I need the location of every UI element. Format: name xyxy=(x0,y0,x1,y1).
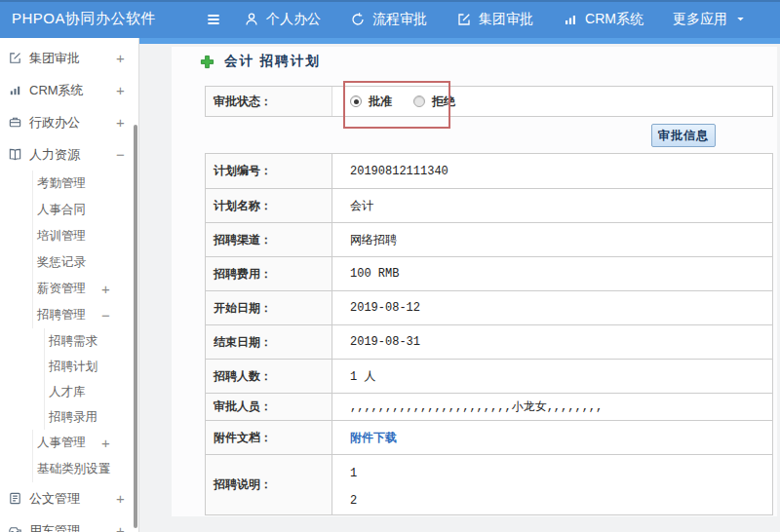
field-row: 计划编号：20190812111340 xyxy=(206,154,773,189)
sidebar-item[interactable]: 招聘管理− xyxy=(0,302,138,328)
field-label: 附件文档： xyxy=(206,421,332,455)
page-title: 会计 招聘计划 xyxy=(200,53,321,70)
nav-item[interactable]: 流程审批 xyxy=(350,11,427,28)
approval-status-label: 审批状态： xyxy=(206,87,332,116)
bar-chart-icon xyxy=(563,12,578,27)
expander-icon: + xyxy=(101,461,110,477)
attachment-download-link[interactable]: 附件下载 xyxy=(350,431,397,444)
edit-icon xyxy=(456,12,472,27)
field-row: 开始日期：2019-08-12 xyxy=(206,291,773,325)
sidebar-item[interactable]: 招聘录用 xyxy=(0,404,138,430)
user-icon xyxy=(244,12,259,27)
briefcase-icon xyxy=(8,115,22,130)
expander-icon: + xyxy=(116,490,125,507)
expander-icon: + xyxy=(101,435,110,451)
content-panel: 会计 招聘计划 审批状态： 批准 拒绝 审批信息 计划编号：2019081211… xyxy=(172,47,777,516)
field-label: 招聘人数： xyxy=(206,360,332,394)
field-label: 计划名称： xyxy=(206,189,332,223)
approval-status-row: 审批状态： 批准 拒绝 xyxy=(205,86,773,117)
nav-item[interactable]: 集团审批 xyxy=(456,11,533,28)
nav-item[interactable]: 个人办公 xyxy=(244,11,321,28)
expander-icon: + xyxy=(101,281,110,297)
expander-icon: + xyxy=(116,114,125,131)
expander-icon: + xyxy=(116,522,125,532)
caret-down-icon xyxy=(734,13,747,25)
sidebar-item[interactable]: 行政办公+ xyxy=(0,106,138,138)
sidebar-item[interactable]: CRM系统+ xyxy=(0,74,138,106)
field-row: 结束日期：2019-08-31 xyxy=(206,325,773,360)
field-label: 招聘说明： xyxy=(206,455,332,515)
sidebar-item[interactable]: 考勤管理 xyxy=(0,171,138,197)
field-value: 2019-08-31 xyxy=(332,325,773,360)
radio-selected-icon xyxy=(350,95,362,107)
expander-icon: + xyxy=(116,50,125,66)
sidebar-item[interactable]: 人力资源− xyxy=(0,138,138,171)
sidebar-item[interactable]: 人才库 xyxy=(0,379,138,404)
radio-unselected-icon xyxy=(413,95,425,107)
field-row: 审批人员：,,,,,,,,,,,,,,,,,,,,,,,小龙女,,,,,,,, xyxy=(206,394,773,421)
field-label: 开始日期： xyxy=(206,291,332,325)
sidebar-scrollbar-thumb[interactable] xyxy=(134,125,137,528)
sidebar-item[interactable]: 基础类别设置+ xyxy=(0,456,138,482)
field-value: 2019-08-12 xyxy=(332,291,773,325)
hamburger-menu-icon[interactable] xyxy=(201,7,226,32)
radio-reject[interactable]: 拒绝 xyxy=(413,94,455,110)
field-value: 网络招聘 xyxy=(332,223,773,257)
field-row: 招聘说明：12 xyxy=(206,455,773,515)
top-header: PHPOA协同办公软件 个人办公流程审批集团审批CRM系统更多应用 xyxy=(0,0,780,38)
field-label: 结束日期： xyxy=(206,325,332,360)
expander-icon: − xyxy=(101,307,110,323)
field-label: 审批人员： xyxy=(206,394,332,421)
approval-info-button[interactable]: 审批信息 xyxy=(651,124,716,147)
sidebar-item[interactable]: 奖惩记录 xyxy=(0,249,138,276)
sidebar-item[interactable]: 人事管理+ xyxy=(0,430,138,456)
field-value: ,,,,,,,,,,,,,,,,,,,,,,,小龙女,,,,,,,, xyxy=(332,394,773,421)
sidebar-item[interactable]: 薪资管理+ xyxy=(0,276,138,302)
sidebar-item[interactable]: 培训管理 xyxy=(0,223,138,249)
expander-icon: + xyxy=(116,82,125,98)
field-row: 招聘人数：1 人 xyxy=(206,360,773,394)
sidebar-item[interactable]: 集团审批+ xyxy=(0,42,138,74)
app-logo: PHPOA协同办公软件 xyxy=(12,10,156,28)
bar-chart-icon xyxy=(8,83,22,97)
car-icon xyxy=(8,523,22,532)
sidebar-item[interactable]: 招聘计划 xyxy=(0,354,138,379)
field-row: 计划名称：会计 xyxy=(206,189,773,223)
green-plus-icon xyxy=(200,55,214,69)
process-icon xyxy=(350,12,366,27)
top-navigation: 个人办公流程审批集团审批CRM系统更多应用 xyxy=(244,11,776,28)
recruit-plan-detail-table: 计划编号：20190812111340计划名称：会计招聘渠道：网络招聘招聘费用：… xyxy=(205,153,773,515)
header-substrip xyxy=(139,38,780,44)
sidebar-menu: 集团审批+CRM系统+行政办公+人力资源−考勤管理人事合同培训管理奖惩记录薪资管… xyxy=(0,38,139,532)
radio-approve[interactable]: 批准 xyxy=(350,94,392,110)
field-value: 附件下载 xyxy=(332,421,773,455)
page-title-text: 会计 招聘计划 xyxy=(224,53,321,70)
sidebar-item[interactable]: 公文管理+ xyxy=(0,482,138,514)
field-value: 100 RMB xyxy=(332,257,773,291)
field-label: 招聘渠道： xyxy=(206,223,332,257)
field-value: 20190812111340 xyxy=(332,154,773,189)
document-icon xyxy=(8,491,22,506)
field-row: 附件文档：附件下载 xyxy=(206,421,773,455)
field-row: 招聘渠道：网络招聘 xyxy=(206,223,773,257)
sidebar-item[interactable]: 招聘需求 xyxy=(0,328,138,354)
expander-icon: − xyxy=(116,146,125,163)
field-value: 1 人 xyxy=(332,360,773,394)
sidebar-item[interactable]: 人事合同 xyxy=(0,197,138,223)
field-value: 会计 xyxy=(332,189,773,223)
nav-item[interactable]: CRM系统 xyxy=(563,11,644,28)
field-label: 招聘费用： xyxy=(206,257,332,291)
sidebar-item[interactable]: 用车管理+ xyxy=(0,514,138,532)
field-label: 计划编号： xyxy=(206,154,332,189)
field-row: 招聘费用：100 RMB xyxy=(206,257,773,291)
approval-radio-group: 批准 拒绝 xyxy=(350,94,477,110)
field-value: 12 xyxy=(332,455,773,515)
edit-icon xyxy=(8,51,22,65)
book-icon xyxy=(8,147,22,162)
nav-item[interactable]: 更多应用 xyxy=(673,11,747,28)
